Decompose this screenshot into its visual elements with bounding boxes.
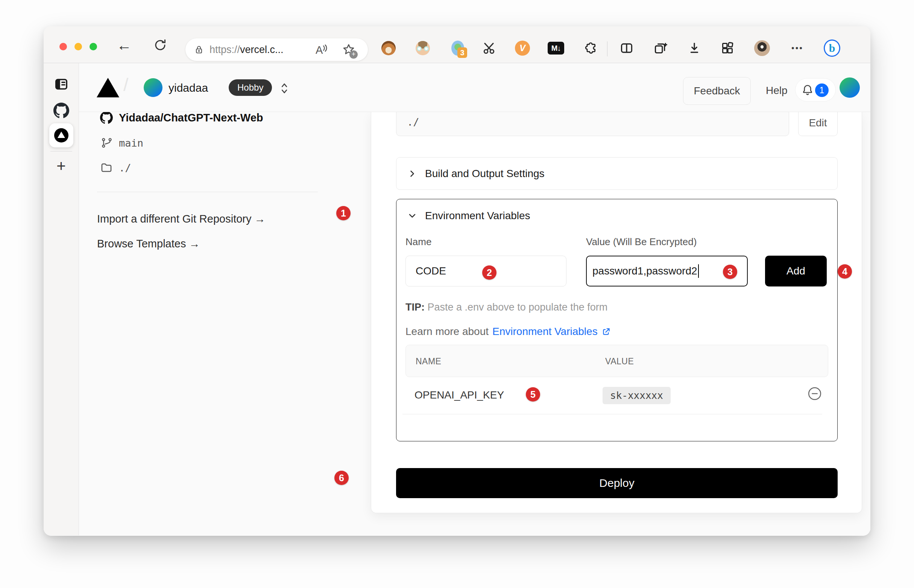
vercel-page: / yidadaa Hobby Feedback Help 1 (79, 63, 870, 535)
env-table-header: NAME VALUE (406, 345, 828, 377)
read-aloud-icon: A (315, 44, 323, 57)
vertical-tabs-icon[interactable] (53, 76, 70, 92)
plan-badge: Hobby (229, 79, 272, 96)
env-row-name: OPENAI_API_KEY (414, 389, 504, 401)
value-column-header: VALUE (605, 356, 634, 367)
text-caret (698, 264, 699, 278)
extension-scissors-icon[interactable] (481, 40, 497, 57)
bell-icon (801, 84, 814, 97)
env-name-value: CODE (416, 265, 446, 277)
window-close-button[interactable] (60, 43, 67, 50)
remove-variable-button[interactable] (807, 386, 822, 401)
learn-more-line: Learn more about Environment Variables (406, 326, 611, 338)
add-button[interactable]: Add (765, 256, 827, 286)
bing-icon: b (824, 39, 840, 57)
extension-video-icon[interactable]: V (514, 40, 531, 57)
extension-tampermonkey-icon[interactable] (380, 40, 397, 57)
repo-title-row: Yidadaa/ChatGPT-Next-Web (100, 111, 263, 124)
github-tab-icon[interactable] (53, 102, 70, 119)
repo-divider (97, 192, 318, 192)
name-column-header: NAME (416, 356, 441, 367)
extensions-puzzle-icon[interactable] (582, 40, 599, 57)
help-link[interactable]: Help (766, 85, 788, 97)
env-section-header[interactable]: Environment Variables (407, 210, 531, 222)
apps-grid-button[interactable] (719, 40, 736, 57)
value-label: Value (Will Be Encrypted) (586, 236, 697, 248)
add-favorite-button[interactable]: + (342, 43, 357, 58)
annotation-badge-3: 3 (723, 265, 737, 279)
vercel-header: / yidadaa Hobby Feedback Help 1 (79, 63, 870, 112)
build-output-settings-section[interactable]: Build and Output Settings (396, 157, 838, 190)
collections-button[interactable] (652, 40, 668, 57)
refresh-button[interactable] (151, 36, 169, 54)
import-repo-link[interactable]: Import a different Git Repository → (97, 213, 265, 225)
url-host: vercel.c... (240, 44, 284, 55)
team-avatar[interactable] (144, 78, 162, 97)
row-divider (403, 414, 822, 414)
extension-blob-icon[interactable]: 3 (450, 40, 466, 57)
active-tab-vercel[interactable] (49, 123, 73, 147)
annotation-badge-2: 2 (482, 265, 497, 280)
feedback-button[interactable]: Feedback (683, 77, 751, 105)
root-directory: ./ (119, 162, 131, 174)
downloads-button[interactable] (686, 40, 703, 57)
edge-sidebar: + (44, 63, 79, 535)
team-switcher-button[interactable] (279, 82, 290, 95)
toolbar-divider (607, 41, 607, 57)
read-aloud-button[interactable]: A (315, 44, 329, 57)
tip-label: TIP: (406, 302, 425, 313)
minus-circle-icon (807, 386, 822, 401)
repo-name: Yidadaa/ChatGPT-Next-Web (119, 111, 263, 124)
address-bar[interactable]: https://vercel.c... A + (185, 38, 368, 61)
profile-avatar[interactable] (754, 40, 770, 57)
root-directory-row: ./ (100, 161, 131, 174)
back-button[interactable]: ← (115, 36, 133, 54)
env-variables-link[interactable]: Environment Variables (492, 326, 598, 338)
folder-icon (100, 161, 113, 174)
git-branch-icon (101, 137, 113, 149)
ellipsis-icon: ••• (791, 43, 803, 53)
window-minimize-button[interactable] (74, 43, 82, 50)
branch-name: main (119, 137, 143, 149)
cat-avatar-image (754, 40, 770, 56)
vercel-logo[interactable] (97, 78, 119, 97)
env-value-text: password1,password2 (592, 265, 697, 277)
extension-count-badge: 3 (457, 47, 467, 58)
window-zoom-button[interactable] (89, 43, 97, 50)
split-screen-button[interactable] (618, 40, 635, 57)
bing-chat-button[interactable]: b (824, 40, 840, 57)
annotation-badge-6: 6 (334, 471, 349, 485)
extension-avatar-icon[interactable] (414, 40, 431, 57)
new-tab-button[interactable]: + (53, 158, 70, 174)
notification-count-badge: 1 (815, 84, 828, 97)
browser-toolbar: ← https://vercel.c... A (44, 26, 870, 63)
extension-markdown-download-icon[interactable]: M↓ (548, 40, 564, 57)
browse-templates-link[interactable]: Browse Templates → (97, 237, 200, 250)
env-row-value: sk-xxxxxx (603, 387, 671, 404)
env-section-title: Environment Variables (425, 210, 531, 222)
breadcrumb-slash: / (123, 74, 128, 95)
refresh-icon (154, 38, 167, 52)
name-label: Name (406, 236, 432, 248)
chevron-down-icon (407, 210, 417, 221)
edit-button[interactable]: Edit (798, 112, 838, 136)
lock-icon (194, 44, 204, 55)
deploy-button[interactable]: Deploy (396, 468, 838, 498)
annotation-badge-1: 1 (336, 206, 351, 220)
settings-menu-button[interactable]: ••• (787, 40, 808, 57)
chevron-right-icon (407, 168, 417, 179)
branch-row: main (101, 137, 143, 149)
root-directory-input[interactable]: ./ (396, 112, 789, 136)
account-name[interactable]: yidadaa (168, 82, 208, 94)
external-link-icon (602, 327, 611, 336)
sidebar-divider (50, 151, 72, 152)
github-icon (100, 111, 113, 124)
notifications-button[interactable]: 1 (795, 78, 836, 102)
annotation-badge-5: 5 (526, 387, 540, 402)
url-text: https://vercel.c... (210, 44, 284, 56)
environment-variables-section: Environment Variables Name Value (Will B… (396, 199, 838, 441)
sound-wave-icon (323, 44, 329, 53)
user-avatar[interactable] (840, 78, 860, 98)
plus-badge-icon: + (349, 50, 358, 59)
url-scheme: https:// (210, 44, 240, 55)
